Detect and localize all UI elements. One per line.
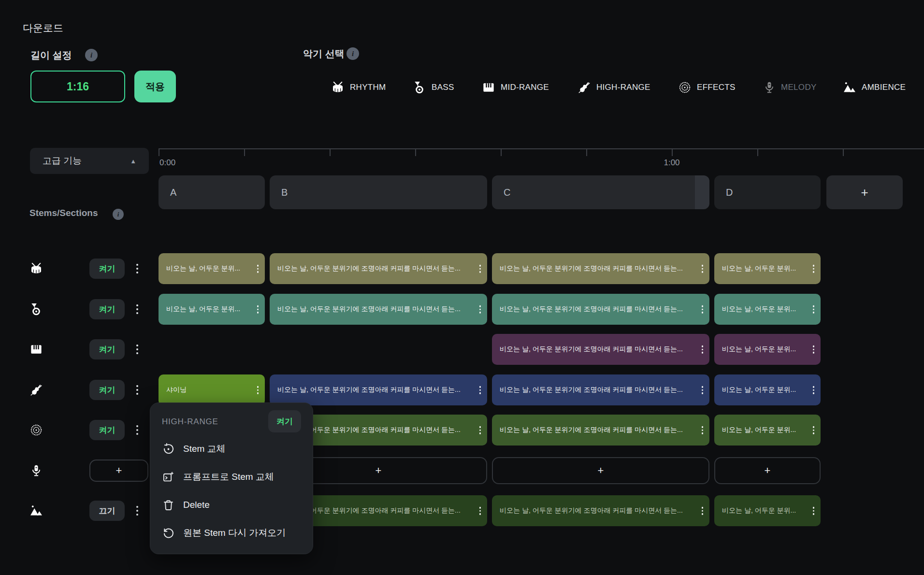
timeline-ruler bbox=[159, 148, 924, 158]
row-kebab-mid-range[interactable] bbox=[136, 345, 138, 354]
toggle-high-range[interactable]: 켜기 bbox=[89, 380, 125, 400]
row-kebab-rhythm[interactable] bbox=[136, 264, 138, 273]
effects-icon bbox=[29, 422, 44, 438]
tab-ambience[interactable]: AMBIENCE bbox=[842, 79, 906, 96]
tab-label: BASS bbox=[432, 83, 454, 92]
add-section-button[interactable]: + bbox=[826, 175, 903, 209]
stem-context-menu: HIGH-RANGE 켜기 Stem 교체프롬프트로 Stem 교체Delete… bbox=[150, 402, 313, 554]
tab-melody[interactable]: MELODY bbox=[763, 79, 817, 96]
add-clip-button-D[interactable]: + bbox=[714, 457, 821, 484]
toggle-bass[interactable]: 켜기 bbox=[89, 299, 125, 319]
clip-high-range-D[interactable]: 비오는 날, 어두운 분위... bbox=[714, 374, 821, 405]
toggle-effects[interactable]: 켜기 bbox=[89, 420, 125, 440]
clip-kebab-icon[interactable] bbox=[702, 345, 704, 354]
toggle-mid-range[interactable]: 켜기 bbox=[89, 339, 125, 359]
clip-rhythm-A[interactable]: 비오는 날, 어두운 분위... bbox=[159, 253, 265, 284]
row-kebab-bass[interactable] bbox=[136, 304, 138, 314]
menu-item-0[interactable]: Stem 교체 bbox=[150, 435, 313, 463]
clip-kebab-icon[interactable] bbox=[813, 345, 815, 354]
clip-high-range-C[interactable]: 비오는 날, 어두운 분위기에 조명아래 커피를 마시면서 듣는... bbox=[492, 374, 709, 405]
tab-high-range[interactable]: HIGH-RANGE bbox=[577, 79, 650, 96]
section-block-A[interactable]: A bbox=[159, 175, 265, 209]
row-kebab-effects[interactable] bbox=[136, 425, 138, 435]
clip-kebab-icon[interactable] bbox=[479, 507, 481, 515]
row-kebab-ambience[interactable] bbox=[136, 506, 138, 516]
menu-item-delete[interactable]: Delete bbox=[150, 491, 313, 519]
clip-text: 비오는 날, 어두운 분위... bbox=[166, 264, 240, 273]
clip-high-range-A[interactable]: 샤이닝 bbox=[159, 374, 265, 405]
advanced-features-label: 고급 기능 bbox=[43, 155, 82, 167]
apply-button[interactable]: 적용 bbox=[134, 71, 176, 102]
clip-kebab-icon[interactable] bbox=[479, 426, 481, 434]
page-title: 다운로드 bbox=[23, 21, 63, 35]
clip-text: 비오는 날, 어두운 분위기에 조명아래 커피를 마시면서 듣는... bbox=[500, 426, 683, 434]
clip-text: 비오는 날, 어두운 분위기에 조명아래 커피를 마시면서 듣는... bbox=[277, 386, 461, 394]
row-kebab-high-range[interactable] bbox=[136, 385, 138, 395]
clip-effects-D[interactable]: 비오는 날, 어두운 분위... bbox=[714, 415, 821, 446]
clip-kebab-icon[interactable] bbox=[702, 507, 704, 515]
timeline-tick bbox=[672, 149, 673, 156]
clip-kebab-icon[interactable] bbox=[257, 386, 259, 394]
add-stem-button-melody[interactable]: + bbox=[89, 460, 148, 482]
length-setting-label: 길이 설정 bbox=[30, 49, 72, 62]
tab-effects[interactable]: EFFECTS bbox=[678, 79, 736, 96]
section-label: D bbox=[726, 187, 733, 198]
tab-mid-range[interactable]: MID-RANGE bbox=[481, 79, 549, 96]
clip-bass-A[interactable]: 비오는 날, 어두운 분위... bbox=[159, 294, 265, 325]
clip-kebab-icon[interactable] bbox=[813, 305, 815, 314]
clip-kebab-icon[interactable] bbox=[813, 265, 815, 273]
clip-kebab-icon[interactable] bbox=[813, 426, 815, 434]
clip-bass-B[interactable]: 비오는 날, 어두운 분위기에 조명아래 커피를 마시면서 듣는... bbox=[270, 294, 487, 325]
clip-kebab-icon[interactable] bbox=[702, 305, 704, 314]
clip-high-range-B[interactable]: 비오는 날, 어두운 분위기에 조명아래 커피를 마시면서 듣는... bbox=[270, 374, 487, 405]
clip-kebab-icon[interactable] bbox=[813, 507, 815, 515]
length-input[interactable]: 1:16 bbox=[30, 71, 125, 102]
toggle-ambience[interactable]: 끄기 bbox=[89, 501, 125, 521]
clip-mid-range-D[interactable]: 비오는 날, 어두운 분위... bbox=[714, 334, 821, 365]
menu-item-label: Delete bbox=[183, 500, 210, 510]
instrument-info-icon[interactable]: i bbox=[346, 47, 359, 60]
tuba-icon bbox=[29, 302, 44, 317]
clip-rhythm-B[interactable]: 비오는 날, 어두운 분위기에 조명아래 커피를 마시면서 듣는... bbox=[270, 253, 487, 284]
clip-mid-range-C[interactable]: 비오는 날, 어두운 분위기에 조명아래 커피를 마시면서 듣는... bbox=[492, 334, 709, 365]
tab-label: HIGH-RANGE bbox=[596, 83, 650, 92]
section-block-C[interactable]: C bbox=[492, 175, 709, 209]
add-clip-button-C[interactable]: + bbox=[492, 457, 709, 484]
clip-ambience-D[interactable]: 비오는 날, 어두운 분위... bbox=[714, 495, 821, 526]
clip-kebab-icon[interactable] bbox=[813, 386, 815, 394]
length-info-icon[interactable]: i bbox=[85, 49, 98, 61]
section-block-B[interactable]: B bbox=[270, 175, 487, 209]
clip-kebab-icon[interactable] bbox=[702, 426, 704, 434]
clip-bass-D[interactable]: 비오는 날, 어두운 분위... bbox=[714, 294, 821, 325]
menu-item-1[interactable]: 프롬프트로 Stem 교체 bbox=[150, 463, 313, 491]
context-menu-on-toggle[interactable]: 켜기 bbox=[268, 410, 301, 432]
clip-kebab-icon[interactable] bbox=[257, 305, 259, 314]
advanced-features-button[interactable]: 고급 기능 ▲ bbox=[30, 148, 149, 174]
tab-rhythm[interactable]: RHYTHM bbox=[331, 79, 386, 96]
section-block-D[interactable]: D bbox=[714, 175, 821, 209]
clip-text: 비오는 날, 어두운 분위... bbox=[722, 305, 796, 314]
menu-item-3[interactable]: 원본 Stem 다시 가져오기 bbox=[150, 519, 313, 547]
effects-icon bbox=[678, 80, 692, 95]
clip-rhythm-D[interactable]: 비오는 날, 어두운 분위... bbox=[714, 253, 821, 284]
section-label: C bbox=[504, 187, 510, 198]
clip-rhythm-C[interactable]: 비오는 날, 어두운 분위기에 조명아래 커피를 마시면서 듣는... bbox=[492, 253, 709, 284]
clip-effects-C[interactable]: 비오는 날, 어두운 분위기에 조명아래 커피를 마시면서 듣는... bbox=[492, 415, 709, 446]
clip-kebab-icon[interactable] bbox=[702, 265, 704, 273]
tab-bass[interactable]: BASS bbox=[412, 79, 454, 96]
clip-kebab-icon[interactable] bbox=[479, 305, 481, 314]
microphone-icon bbox=[29, 463, 44, 478]
stems-info-icon[interactable]: i bbox=[113, 209, 124, 220]
clip-text: 비오는 날, 어두운 분위기에 조명아래 커피를 마시면서 듣는... bbox=[500, 264, 683, 273]
clip-kebab-icon[interactable] bbox=[479, 386, 481, 394]
clip-kebab-icon[interactable] bbox=[479, 265, 481, 273]
clip-text: 비오는 날, 어두운 분위... bbox=[722, 264, 796, 273]
tab-label: AMBIENCE bbox=[862, 83, 906, 92]
clip-ambience-C[interactable]: 비오는 날, 어두운 분위기에 조명아래 커피를 마시면서 듣는... bbox=[492, 495, 709, 526]
clip-bass-C[interactable]: 비오는 날, 어두운 분위기에 조명아래 커피를 마시면서 듣는... bbox=[492, 294, 709, 325]
clip-text: 비오는 날, 어두운 분위... bbox=[722, 426, 796, 434]
clip-kebab-icon[interactable] bbox=[257, 265, 259, 273]
clip-kebab-icon[interactable] bbox=[702, 386, 704, 394]
clip-text: 비오는 날, 어두운 분위기에 조명아래 커피를 마시면서 듣는... bbox=[500, 345, 683, 354]
toggle-rhythm[interactable]: 켜기 bbox=[89, 259, 125, 279]
